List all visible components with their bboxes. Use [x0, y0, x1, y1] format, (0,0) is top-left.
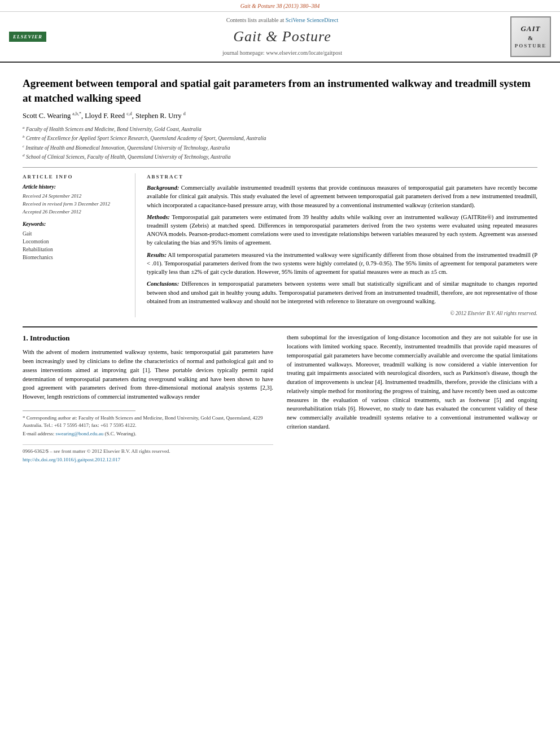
gait-logo-ampersand: & — [528, 34, 533, 42]
journal-header-center: Contents lists available at SciVerse Sci… — [54, 16, 510, 56]
doi-link[interactable]: http://dx.doi.org/10.1016/j.gaitpost.201… — [23, 457, 120, 462]
keyword-biomechanics: Biomechanics — [23, 254, 127, 261]
history-accepted: Accepted 26 December 2012 — [23, 208, 127, 216]
journal-title: Gait & Posture — [54, 27, 510, 47]
history-label: Article history: — [23, 184, 127, 191]
posture-logo-word: POSTURE — [515, 42, 547, 50]
email-link[interactable]: swearing@bond.edu.au — [55, 431, 103, 436]
gait-logo-word: GAIT — [520, 24, 540, 34]
abstract-methods: Methods: Temporospatial gait parameters … — [147, 213, 537, 247]
keyword-locomotion: Locomotion — [23, 238, 127, 246]
affiliation-a: a Faculty of Health Sciences and Medicin… — [23, 125, 537, 133]
sciverse-link[interactable]: SciVerse ScienceDirect — [286, 17, 339, 23]
header-divider — [23, 167, 537, 168]
footnote-1: * Corresponding author at: Faculty of He… — [23, 414, 273, 429]
intro-right-col: them suboptimal for the investigation of… — [287, 333, 537, 464]
elsevier-logo: ELSEVIER — [9, 32, 54, 42]
intro-right-para: them suboptimal for the investigation of… — [287, 333, 537, 431]
article-info-column: ARTICLE INFO Article history: Received 2… — [23, 173, 135, 318]
intro-left-para: With the advent of modern instrumented w… — [23, 348, 273, 401]
article-title: Agreement between temporal and spatial g… — [23, 76, 537, 105]
intro-title: 1. Introduction — [23, 333, 273, 343]
bottom-bar: 0966-6362/$ – see front matter © 2012 El… — [23, 444, 273, 464]
gait-posture-logo: GAIT & POSTURE — [510, 16, 551, 57]
journal-reference-bar: Gait & Posture 38 (2013) 380–384 — [0, 0, 560, 12]
footnote-divider — [23, 410, 135, 411]
keyword-rehabilitation: Rehabilitation — [23, 246, 127, 254]
methods-text: Temporospatial gait parameters were esti… — [147, 214, 537, 246]
affiliations: a Faculty of Health Sciences and Medicin… — [23, 125, 537, 161]
background-text: Commercially available instrumented trea… — [147, 185, 537, 208]
introduction-section: 1. Introduction With the advent of moder… — [23, 333, 537, 464]
abstract-copyright: © 2012 Elsevier B.V. All rights reserved… — [147, 310, 537, 317]
conclusions-label: Conclusions: — [147, 281, 179, 287]
article-info-label: ARTICLE INFO — [23, 173, 127, 181]
affiliation-d: d School of Clinical Sciences, Faculty o… — [23, 152, 537, 161]
history-revised: Received in revised form 3 December 2012 — [23, 200, 127, 208]
results-text: All temporospatial parameters measured v… — [147, 252, 537, 275]
issn-line: 0966-6362/$ – see front matter © 2012 El… — [23, 448, 273, 455]
affiliation-b: b Centre of Excellence for Applied Sport… — [23, 134, 537, 142]
sciverse-line: Contents lists available at SciVerse Sci… — [54, 16, 510, 24]
keyword-gait: Gait — [23, 230, 127, 238]
background-label: Background: — [147, 185, 179, 191]
article-info-abstract: ARTICLE INFO Article history: Received 2… — [23, 173, 537, 318]
authors-line: Scott C. Wearing a,b,*, Lloyd F. Reed c,… — [23, 111, 537, 121]
intro-divider — [23, 326, 537, 327]
elsevier-wordmark: ELSEVIER — [9, 32, 46, 42]
abstract-column: ABSTRACT Background: Commercially availa… — [147, 173, 537, 318]
footnote-email: E-mail address: swearing@bond.edu.au (S.… — [23, 430, 273, 438]
journal-header: ELSEVIER Contents lists available at Sci… — [0, 12, 560, 63]
conclusions-text: Differences in temporospatial parameters… — [147, 281, 537, 304]
methods-label: Methods: — [147, 214, 170, 220]
journal-ref-text: Gait & Posture 38 (2013) 380–384 — [240, 3, 320, 9]
abstract-label: ABSTRACT — [147, 173, 537, 181]
journal-homepage: journal homepage: www.elsevier.com/locat… — [54, 49, 510, 57]
main-content: Agreement between temporal and spatial g… — [0, 63, 560, 475]
affiliation-c: c Institute of Health and Biomedical Inn… — [23, 143, 537, 152]
history-received: Received 24 September 2012 — [23, 193, 127, 200]
results-label: Results: — [147, 252, 167, 258]
abstract-background: Background: Commercially available instr… — [147, 184, 537, 209]
keywords-label: Keywords: — [23, 221, 127, 228]
abstract-results: Results: All temporospatial parameters m… — [147, 251, 537, 277]
abstract-conclusions: Conclusions: Differences in temporospati… — [147, 279, 537, 305]
intro-left-col: 1. Introduction With the advent of moder… — [23, 333, 273, 464]
